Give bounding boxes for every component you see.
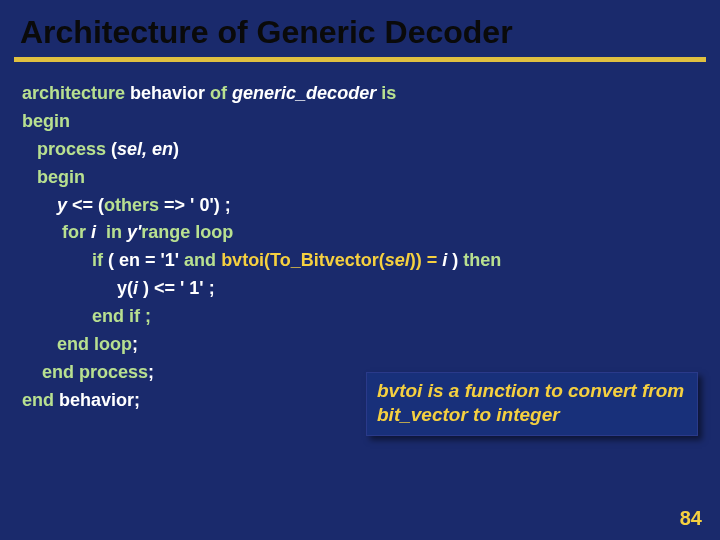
txt: ) [447,250,463,270]
sig-y: y' [122,222,141,242]
code-line-9: end if ; [22,303,698,331]
txt: ; [132,334,138,354]
title-underline [14,57,706,62]
kw-range-loop: range loop [141,222,233,242]
txt: y( [117,278,133,298]
code-line-10: end loop; [22,331,698,359]
kw-for: for [62,222,91,242]
kw-if: if [92,250,103,270]
entity-name: generic_decoder [227,83,381,103]
txt: )) = [410,250,443,270]
sig-sel: sel [385,250,410,270]
kw-endprocess: end process [42,362,148,382]
var-i: i [91,222,106,242]
txt: <= ( [72,195,104,215]
kw-others: others [104,195,159,215]
callout-box: bvtoi is a function to convert from bit_… [366,372,698,436]
txt: behavior; [59,390,140,410]
slide-title: Architecture of Generic Decoder [0,0,720,57]
txt: ( [106,139,117,159]
txt: ; [148,362,154,382]
kw-end: end [22,390,59,410]
kw-then: then [463,250,501,270]
var-i: i [133,278,143,298]
kw-of: of [210,83,227,103]
code-block: architecture behavior of generic_decoder… [0,80,720,415]
code-line-4: begin [22,164,698,192]
kw-and: and [184,250,216,270]
kw-is: is [381,83,396,103]
kw-architecture: architecture [22,83,125,103]
kw-in: in [106,222,122,242]
txt: ( en = '1' [103,250,184,270]
kw-begin: begin [37,167,85,187]
page-number: 84 [680,507,702,530]
txt: ) [173,139,179,159]
kw-process: process [37,139,106,159]
sens-list: sel, en [117,139,173,159]
code-line-7: if ( en = '1' and bvtoi(To_Bitvector(sel… [22,247,698,275]
callout-text: bvtoi is a function to convert from bit_… [377,380,684,425]
txt: ) <= ' 1' ; [143,278,215,298]
sig-y: y [57,195,72,215]
code-line-2: begin [22,108,698,136]
code-line-6: for i in y'range loop [22,219,698,247]
kw-endif: end if ; [92,306,151,326]
code-line-5: y <= (others => ' 0') ; [22,192,698,220]
txt: behavior [125,83,210,103]
kw-endloop: end loop [57,334,132,354]
code-line-3: process (sel, en) [22,136,698,164]
txt: => ' 0') ; [159,195,231,215]
fn-bvtoi: bvtoi(To_Bitvector( [216,250,385,270]
kw-begin: begin [22,111,70,131]
code-line-1: architecture behavior of generic_decoder… [22,80,698,108]
code-line-8: y(i ) <= ' 1' ; [22,275,698,303]
